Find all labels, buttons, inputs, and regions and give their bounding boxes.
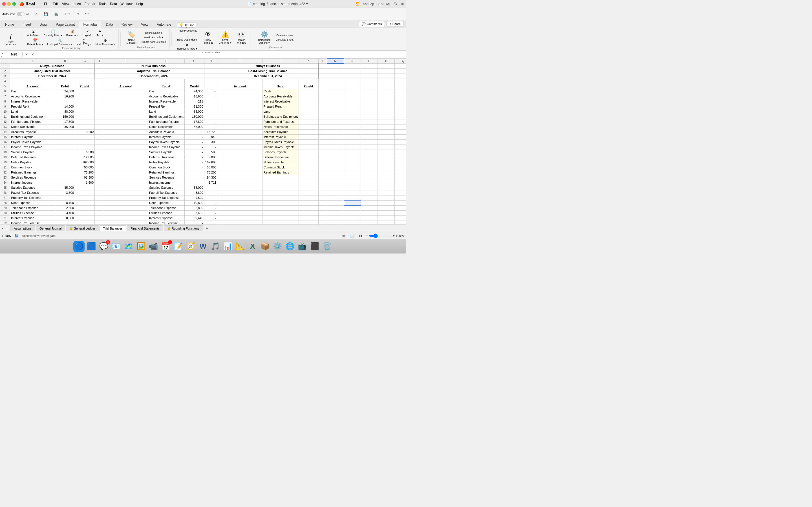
menu-tools[interactable]: Tools xyxy=(99,2,107,6)
sheet-tab-trial-balances[interactable]: Trial Balances xyxy=(100,225,126,231)
math-trig-button[interactable]: ∑ Math & Trig ▾ xyxy=(75,38,93,46)
cancel-formula-button[interactable]: ✕ xyxy=(24,52,29,57)
tab-insert[interactable]: Insert xyxy=(18,21,35,27)
calculate-sheet-button[interactable]: Calculate Sheet xyxy=(274,38,296,42)
sheet-prev-button[interactable]: ‹ xyxy=(1,226,4,231)
formula-input[interactable] xyxy=(40,53,405,56)
menu-window[interactable]: Window xyxy=(120,2,133,6)
sheet-tab-financial-statements[interactable]: Financial Statements xyxy=(127,225,163,231)
zoom-in-button[interactable]: + xyxy=(393,234,395,238)
more-tools-button[interactable]: ••• xyxy=(83,11,91,17)
dock-mail[interactable]: 📧 xyxy=(110,241,122,252)
dock-music[interactable]: 🎵 xyxy=(210,241,221,252)
watch-window-button[interactable]: 👀 Watch Window xyxy=(235,30,248,45)
share-button[interactable]: ↑ Share xyxy=(387,21,404,27)
maximize-button[interactable] xyxy=(12,2,16,6)
sheet-next-button[interactable]: › xyxy=(5,226,8,231)
dock-photos[interactable]: 🖼️ xyxy=(135,241,147,252)
menu-format[interactable]: Format xyxy=(85,2,95,6)
cell-i1[interactable]: Nunya Business xyxy=(217,63,319,68)
undo-button[interactable]: ↩ ▾ xyxy=(62,11,72,17)
accessibility-status[interactable]: Accessibility: Investigate xyxy=(22,234,56,237)
remove-arrows-button[interactable]: ✕ Remove Arrows ▾ xyxy=(175,42,199,51)
cell-a2[interactable]: Unadjusted Trial Balance xyxy=(10,68,95,73)
recently-used-button[interactable]: 🕐 Recently Used ▾ xyxy=(42,29,64,37)
dock-numbers[interactable]: 📊 xyxy=(222,241,234,252)
comments-button[interactable]: 💬 Comments xyxy=(359,21,385,27)
financial-button[interactable]: 💰 Financial ▾ xyxy=(64,29,80,37)
autosum-button[interactable]: Σ AutoSum ▾ xyxy=(26,29,42,37)
menu-data[interactable]: Data xyxy=(110,2,117,6)
menu-view[interactable]: View xyxy=(62,2,69,6)
add-sheet-button[interactable]: + xyxy=(204,226,210,231)
tab-draw[interactable]: Draw xyxy=(36,21,51,27)
calculate-now-button[interactable]: Calculate Now xyxy=(274,33,296,37)
dock-keynote[interactable]: 📐 xyxy=(235,241,246,252)
cell-i3[interactable]: December 31, 2024 xyxy=(217,73,319,78)
dock-calendar[interactable]: 📅 1 xyxy=(160,241,171,252)
redo-button[interactable]: ↻ xyxy=(74,11,81,17)
tab-page-layout[interactable]: Page Layout xyxy=(52,21,79,27)
print-button[interactable]: 🖨️ xyxy=(52,11,61,17)
page-layout-view-button[interactable]: 📄 xyxy=(349,233,355,239)
tab-review[interactable]: Review xyxy=(117,21,137,27)
autosave-switch[interactable] xyxy=(17,12,25,16)
sheet-tab-general-journal[interactable]: General Journal xyxy=(36,225,65,231)
trace-dependents-button[interactable]: → Trace Dependents xyxy=(175,33,199,42)
zoom-out-button[interactable]: − xyxy=(366,234,368,238)
define-name-button[interactable]: Define Name ▾ xyxy=(140,31,168,35)
cell-reference-input[interactable] xyxy=(6,52,22,57)
menu-help[interactable]: Help xyxy=(136,2,143,6)
save-button[interactable]: 💾 xyxy=(42,11,50,17)
dock-safari[interactable]: 🧭 xyxy=(185,241,196,252)
dock-excel[interactable]: X xyxy=(247,241,258,252)
cell-a3[interactable]: December 31, 2024 xyxy=(10,73,95,78)
text-button[interactable]: A Text ▾ xyxy=(95,29,105,37)
page-break-view-button[interactable]: ⊟ xyxy=(357,233,364,239)
close-button[interactable] xyxy=(2,2,6,6)
date-time-button[interactable]: 📅 Date & Time ▾ xyxy=(26,38,45,46)
sheet-area[interactable]: A B C D E F G H I J K L M N O P Q xyxy=(0,58,406,224)
normal-view-button[interactable]: ⊞ xyxy=(341,233,347,239)
search-icon[interactable]: 🔍 xyxy=(394,2,398,6)
tab-home[interactable]: Home xyxy=(1,21,18,27)
tab-view[interactable]: View xyxy=(137,21,152,27)
dock-messages[interactable]: 💬 3 xyxy=(98,241,109,252)
create-from-selection-button[interactable]: Create from Selection xyxy=(140,40,168,44)
tab-data[interactable]: Data xyxy=(102,21,117,27)
menu-insert[interactable]: Insert xyxy=(73,2,81,6)
name-manager-button[interactable]: 🏷️ Name Manager xyxy=(124,30,139,45)
zoom-slider[interactable] xyxy=(369,233,392,238)
insert-function-button[interactable]: ƒ Insert Function xyxy=(4,31,18,47)
cell-i2[interactable]: Post-Closing Trial Balance xyxy=(217,68,319,73)
dock-appletv[interactable]: 📺 xyxy=(297,241,308,252)
more-functions-button[interactable]: ⊕ More Functions ▾ xyxy=(94,38,117,46)
dock-systemprefs[interactable]: ⚙️ xyxy=(272,241,283,252)
calculation-options-button[interactable]: ⚙️ Calculation Options ▾ xyxy=(256,30,273,45)
dock-trash[interactable]: 🗑️ xyxy=(321,241,333,252)
tab-automate[interactable]: Automate xyxy=(153,21,175,27)
menu-edit[interactable]: Edit xyxy=(53,2,59,6)
confirm-formula-button[interactable]: ✓ xyxy=(30,52,36,57)
cell-e3[interactable]: December 31, 2024 xyxy=(103,73,204,78)
dock-facetime[interactable]: 📹 xyxy=(148,241,159,252)
menu-excel[interactable]: Excel xyxy=(26,2,35,6)
menu-file[interactable]: File xyxy=(44,2,49,6)
home-button[interactable]: ⌂ xyxy=(33,11,40,17)
use-in-formula-button[interactable]: Use in Formula ▾ xyxy=(140,36,168,40)
dock-appstore[interactable]: 📦 xyxy=(259,241,271,252)
sheet-tab-assumptions[interactable]: Assumptions xyxy=(10,225,35,231)
cell-a1[interactable]: Nunya Business xyxy=(10,63,95,68)
dock-notes[interactable]: 📝 xyxy=(172,241,184,252)
lookup-ref-button[interactable]: 🔍 Lookup & Reference ▾ xyxy=(46,38,74,46)
minimize-button[interactable] xyxy=(7,2,11,6)
error-checking-button[interactable]: ⚠️ Error Checking ▾ xyxy=(216,30,234,45)
show-formulas-button[interactable]: 👁 Show Formulas xyxy=(200,30,215,45)
dock-word[interactable]: W xyxy=(197,241,209,252)
trace-precedents-button[interactable]: ← Trace Precedents xyxy=(175,24,199,33)
tab-formulas[interactable]: Formulas xyxy=(79,21,101,27)
dock-finder[interactable]: 🔵 xyxy=(73,241,85,252)
cell-e2[interactable]: Adjusted Trial Balance xyxy=(103,68,204,73)
control-center[interactable]: ⊞ xyxy=(401,2,404,6)
sheet-tab-rounding-functions[interactable]: 🔒 Rounding Functions xyxy=(164,225,203,231)
